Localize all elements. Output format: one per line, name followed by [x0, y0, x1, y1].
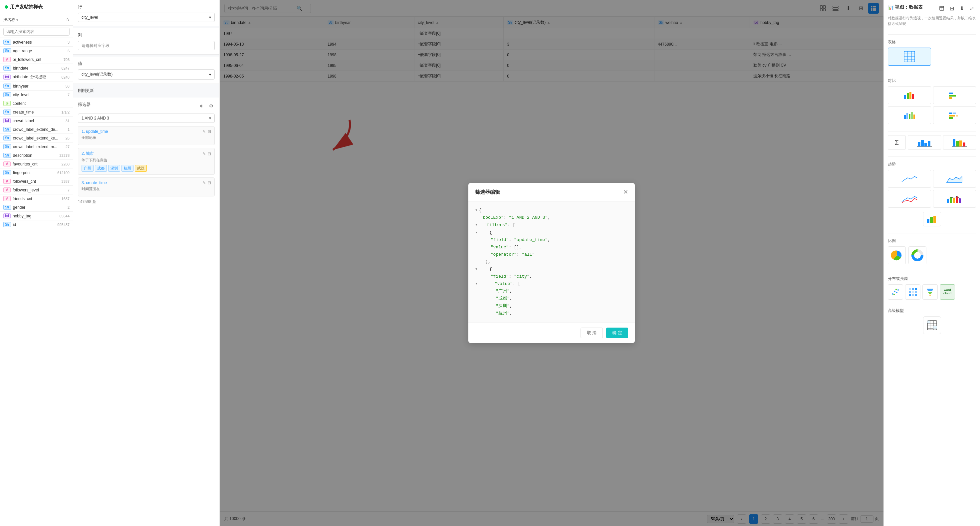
sigma-icon-3[interactable] [943, 135, 976, 150]
field-item[interactable]: Str birthdate 6247 [0, 64, 73, 73]
collapse-arrow-1[interactable]: ▾ [475, 208, 478, 213]
dist-icon-wordcloud[interactable]: wordcloud [940, 284, 955, 300]
svg-rect-75 [912, 294, 914, 296]
field-count: 2 [68, 206, 70, 209]
sidebar-search-wrap [0, 26, 73, 38]
collapse-arrow-3[interactable]: ▾ [475, 230, 478, 235]
svg-marker-77 [927, 289, 934, 291]
field-item[interactable]: Str birthyear 58 [0, 82, 73, 91]
compare-chart-1[interactable] [888, 86, 931, 104]
field-item[interactable]: ◎ content [0, 99, 73, 108]
modal-cancel-btn[interactable]: 取 消 [581, 328, 603, 338]
svg-point-63 [894, 291, 896, 292]
field-count: 58 [65, 84, 70, 88]
field-item[interactable]: # friends_cnt 1687 [0, 194, 73, 203]
ratio-pie-icon[interactable] [888, 246, 906, 264]
filter-item-3-edit[interactable]: ✎ [202, 180, 206, 185]
col-input[interactable] [78, 41, 215, 50]
compare-chart-3[interactable] [888, 106, 931, 124]
filter-settings-icon[interactable]: ⚙ [207, 102, 215, 110]
field-count: 995437 [57, 223, 70, 227]
field-item[interactable]: Str crowd_label_extend_de... 1 [0, 125, 73, 134]
filter-item-2-delete[interactable]: ⊟ [208, 151, 211, 156]
filter-item-3-name: 3. create_time [81, 180, 107, 185]
filter-item-1-delete[interactable]: ⊟ [208, 129, 211, 134]
field-name: crowd_label_extend_de... [13, 127, 65, 132]
field-name: friends_cnt [13, 196, 60, 201]
svg-rect-55 [930, 217, 933, 223]
filter-condition[interactable]: 1 AND 2 AND 3 ▾ [78, 113, 215, 123]
right-icon-download[interactable]: ⬇ [957, 4, 966, 13]
field-item[interactable]: bd birthdate_分词提取 6248 [0, 73, 73, 82]
field-name: age_range [13, 49, 65, 53]
dist-icon-scatter[interactable] [888, 284, 903, 300]
field-item[interactable]: Str crowd_label_extend_m... 27 [0, 142, 73, 151]
right-icon-table[interactable] [937, 4, 946, 13]
svg-rect-28 [904, 115, 906, 119]
svg-rect-47 [963, 142, 966, 147]
advanced-table-icon[interactable] [923, 316, 941, 334]
field-item[interactable]: # bi_followers_cnt 703 [0, 55, 73, 64]
field-item[interactable]: Str crowd_label_extend_ke... 26 [0, 134, 73, 142]
compare-chart-4[interactable] [933, 106, 976, 124]
filter-icons: ⤨ ⚙ [197, 102, 215, 110]
field-item[interactable]: Str gender 2 [0, 203, 73, 212]
svg-rect-27 [949, 97, 952, 99]
trend-chart-4[interactable] [933, 190, 976, 208]
field-count: 1687 [62, 197, 70, 201]
chart-table-item[interactable] [888, 48, 931, 65]
field-name: followers_level [13, 188, 65, 193]
field-item[interactable]: Str city_level 7 [0, 91, 73, 99]
field-name: activeness [13, 40, 65, 45]
filter-item-1-edit[interactable]: ✎ [202, 129, 206, 134]
modal-close-icon[interactable]: ✕ [623, 188, 628, 196]
svg-rect-76 [915, 294, 917, 296]
field-type-tag: bd [3, 214, 11, 218]
field-item[interactable]: bd crowd_label 31 [0, 116, 73, 125]
trend-chart-1[interactable] [888, 170, 931, 188]
right-panel: 📊 视图：数据表 ⊞ ⬇ ⤢ 对数据进行行列透视，一次性回透视结果，并以二维表格… [883, 0, 980, 526]
sigma-icon-2[interactable] [908, 135, 941, 150]
field-count: 703 [64, 57, 70, 62]
collapse-arrow-2[interactable]: ▾ [475, 222, 478, 227]
field-type-tag: # [3, 161, 11, 166]
field-item[interactable]: Str description 22278 [0, 151, 73, 160]
field-item[interactable]: Str age_range 6 [0, 46, 73, 55]
field-item[interactable]: # favourites_cnt 2260 [0, 160, 73, 169]
field-item[interactable]: # followers_level 7 [0, 186, 73, 194]
svg-rect-86 [928, 320, 930, 323]
modal-confirm-btn[interactable]: 确 定 [606, 328, 628, 338]
svg-rect-35 [949, 117, 953, 119]
fx-button[interactable]: fx [67, 18, 70, 22]
filter-item-2-edit[interactable]: ✎ [202, 151, 206, 156]
right-icon-expand[interactable]: ⤢ [967, 4, 976, 13]
field-item[interactable]: Str activeness 3 [0, 38, 73, 46]
dist-icon-funnel[interactable] [923, 284, 938, 300]
trend-chart-2[interactable] [933, 170, 976, 188]
field-item[interactable]: # followers_cnt 3387 [0, 177, 73, 186]
field-item[interactable]: Str create_time 1/1/2 [0, 108, 73, 116]
bar-icon[interactable] [923, 212, 941, 226]
collapse-arrow-5[interactable]: ▾ [475, 281, 478, 286]
svg-point-67 [896, 289, 897, 290]
compare-chart-2[interactable] [933, 86, 976, 104]
field-item[interactable]: Str fingerprint 612109 [0, 169, 73, 177]
collapse-arrow-4[interactable]: ▾ [475, 267, 478, 272]
ratio-donut-icon[interactable] [908, 246, 926, 264]
svg-point-61 [915, 253, 920, 257]
field-item[interactable]: Str id 995437 [0, 220, 73, 229]
right-icon-grid[interactable]: ⊞ [947, 4, 956, 13]
svg-rect-45 [956, 141, 959, 147]
svg-rect-26 [949, 95, 956, 97]
value-dropdown[interactable]: city_level(记录数) ▾ [78, 69, 215, 80]
dist-icon-heatmap[interactable] [905, 284, 920, 300]
field-item[interactable]: bd hobby_tag 65644 [0, 212, 73, 220]
filter-item-3-delete[interactable]: ⊟ [208, 180, 211, 185]
trend-chart-3[interactable] [888, 190, 931, 208]
filter-share-icon[interactable]: ⤨ [197, 102, 205, 110]
row-dropdown[interactable]: city_level ▾ [78, 13, 215, 22]
field-type-tag: # [3, 196, 11, 201]
sidebar-search-input[interactable] [3, 28, 70, 36]
sigma-icon-1[interactable]: Σ [888, 135, 906, 150]
svg-point-64 [896, 292, 897, 293]
